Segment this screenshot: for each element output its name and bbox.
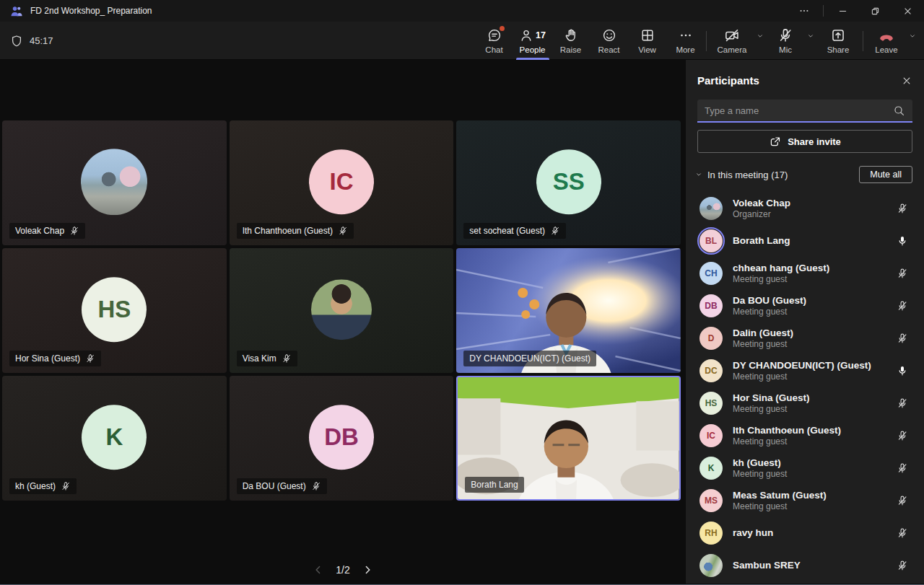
participant-row[interactable]: DC DY CHANDOEUN(ICT) (Guest) Meeting gue… (686, 354, 924, 387)
tile-name-label: Visa Kim (237, 351, 297, 366)
window-title: FD 2nd Workshop_ Preparation (30, 6, 152, 16)
search-icon (893, 105, 905, 117)
leave-button[interactable]: Leave (868, 22, 905, 60)
people-count-badge: 17 (536, 30, 546, 40)
restore-button[interactable] (859, 0, 892, 22)
share-screen-icon (830, 27, 846, 43)
section-collapse-chevron[interactable] (694, 170, 703, 179)
tile-name-label: Da BOU (Guest) (237, 478, 327, 494)
video-tile-voleak-chap[interactable]: Voleak Chap (2, 120, 227, 245)
share-invite-icon (769, 136, 781, 148)
mic-off-icon (282, 353, 292, 364)
mic-button[interactable]: Mic (767, 22, 803, 60)
mic-off-icon (85, 353, 95, 364)
avatar: RH (699, 522, 723, 545)
more-dots-icon (679, 27, 693, 43)
video-tile-da-bou[interactable]: DB Da BOU (Guest) (230, 376, 454, 501)
mic-off-icon (69, 226, 79, 236)
chat-button[interactable]: Chat (475, 22, 513, 60)
minimize-button[interactable] (827, 0, 859, 22)
video-tile-dy-chandoeun[interactable]: DY CHANDOEUN(ICT) (Guest) (456, 248, 681, 373)
participant-row[interactable]: IC Ith Chanthoeun (Guest) Meeting guest (686, 419, 924, 452)
mic-off-icon[interactable] (897, 560, 908, 571)
mic-off-icon (311, 481, 321, 491)
view-button[interactable]: View (628, 22, 666, 60)
mic-off-icon (338, 226, 348, 236)
participant-row[interactable]: MS Meas Satum (Guest) Meeting guest (686, 484, 924, 516)
mic-options-chevron[interactable] (803, 22, 818, 60)
participant-row[interactable]: CH chhean hang (Guest) Meeting guest (686, 257, 924, 289)
next-page-chevron[interactable] (362, 564, 373, 576)
avatar: K (699, 457, 723, 480)
section-label: In this meeting (17) (707, 170, 859, 180)
avatar: IC (699, 424, 723, 447)
video-tile-ith-chanthoeun[interactable]: IC Ith Chanthoeun (Guest) (230, 120, 454, 245)
more-button[interactable]: More (666, 22, 705, 60)
share-invite-button[interactable]: Share invite (697, 130, 912, 153)
mic-off-icon[interactable] (897, 300, 908, 312)
mic-on-icon[interactable] (897, 365, 908, 377)
avatar (699, 197, 723, 220)
titlebar-divider (823, 5, 824, 17)
teams-meeting-window: { "window": { "title": "FD 2nd Workshop_… (0, 0, 924, 585)
participant-search (697, 100, 912, 123)
view-grid-icon (640, 27, 655, 43)
mic-off-icon[interactable] (897, 397, 908, 409)
video-tile-borath-lang[interactable]: Borath Lang (456, 376, 681, 501)
close-panel-icon[interactable] (901, 75, 912, 87)
teams-logo-icon (10, 4, 23, 17)
participant-row[interactable]: D Dalin (Guest) Meeting guest (686, 322, 924, 354)
tile-name-label: DY CHANDOEUN(ICT) (Guest) (463, 351, 596, 366)
mic-off-icon[interactable] (897, 268, 908, 279)
participant-row[interactable]: K kh (Guest) Meeting guest (686, 452, 924, 484)
avatar: DB (699, 294, 723, 317)
video-tile-hor-sina[interactable]: HS Hor Sina (Guest) (2, 248, 227, 373)
video-tile-visa-kim[interactable]: Visa Kim (230, 248, 454, 373)
avatar: DC (699, 359, 723, 382)
participant-row[interactable]: Sambun SREY (686, 549, 924, 581)
chat-notification-dot (500, 26, 505, 31)
participant-row[interactable]: DB Da BOU (Guest) Meeting guest (686, 289, 924, 322)
participant-row[interactable]: BL Borath Lang (686, 224, 924, 257)
mic-off-icon[interactable] (897, 462, 908, 474)
camera-button[interactable]: Camera (711, 22, 753, 60)
mic-on-icon[interactable] (897, 235, 908, 247)
toolbar-divider (706, 31, 707, 51)
shield-icon (10, 35, 23, 48)
avatar: K (82, 405, 147, 470)
tile-name-label: Hor Sina (Guest) (9, 351, 101, 366)
people-button[interactable]: 17 People (513, 22, 552, 60)
avatar (699, 554, 723, 577)
close-window-button[interactable] (892, 0, 924, 22)
camera-off-icon (724, 27, 740, 43)
leave-options-chevron[interactable] (905, 22, 920, 60)
video-tile-set-socheat[interactable]: SS set socheat (Guest) (456, 120, 681, 245)
raise-hand-button[interactable]: Raise (552, 22, 590, 60)
mic-off-icon[interactable] (897, 430, 908, 441)
react-button[interactable]: React (590, 22, 628, 60)
previous-page-chevron[interactable] (313, 564, 324, 576)
tile-name-label: kh (Guest) (9, 478, 77, 494)
camera-options-chevron[interactable] (753, 22, 767, 60)
participant-row[interactable]: HS Hor Sina (Guest) Meeting guest (686, 387, 924, 419)
mic-off-icon (777, 27, 793, 43)
search-input[interactable] (705, 105, 893, 116)
mic-off-icon[interactable] (897, 527, 908, 539)
video-tile-kh[interactable]: K kh (Guest) (2, 376, 227, 501)
mic-off-icon[interactable] (897, 203, 908, 214)
tile-name-label: Borath Lang (465, 477, 523, 493)
mute-all-button[interactable]: Mute all (859, 166, 912, 183)
participant-row[interactable]: RH ravy hun (686, 516, 924, 549)
participant-row[interactable]: Voleak Chap Organizer (686, 192, 924, 224)
mic-off-icon[interactable] (897, 495, 908, 506)
leave-phone-icon (878, 27, 895, 43)
participants-panel: Participants Share invite In this meetin… (686, 60, 924, 584)
tile-name-label: Ith Chanthoeun (Guest) (237, 223, 354, 239)
mic-off-icon[interactable] (897, 333, 908, 344)
avatar: HS (699, 392, 723, 415)
tile-name-label: set socheat (Guest) (463, 223, 566, 239)
meeting-timer: 45:17 (30, 35, 53, 46)
mic-off-icon (61, 481, 71, 491)
share-button[interactable]: Share (818, 22, 858, 60)
titlebar-more-button[interactable] (788, 0, 820, 22)
